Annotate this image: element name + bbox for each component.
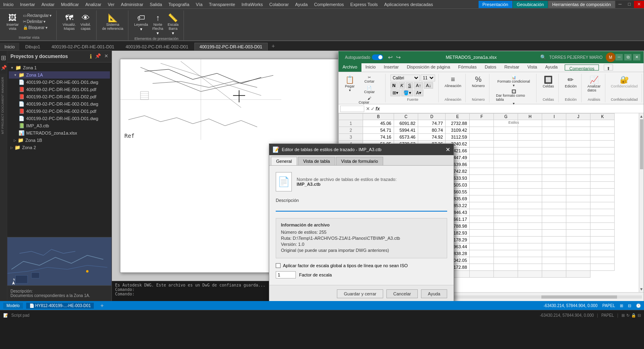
tree-item-zona1a[interactable]: ▼ 📁 Zona 1A: [9, 71, 110, 79]
table-cell[interactable]: 3112.59: [446, 134, 470, 141]
table-cell[interactable]: [494, 230, 518, 237]
table-cell[interactable]: [494, 223, 518, 230]
table-cell[interactable]: [542, 250, 566, 257]
tree-item-dwg-003-d01[interactable]: 📄 400199-02-PC-DR-HE-003-D01.dwg: [9, 115, 110, 122]
table-cell[interactable]: [470, 243, 494, 250]
table-cell[interactable]: [590, 237, 615, 243]
excel-btn-pegar[interactable]: 📋 Pegar ▾: [343, 75, 356, 93]
excel-minimize-btn[interactable]: ─: [615, 54, 623, 60]
table-cell[interactable]: 5994.41: [394, 127, 418, 134]
excel-menu-formulas[interactable]: Fórmulas: [454, 63, 481, 72]
table-cell[interactable]: [494, 209, 518, 216]
table-cell[interactable]: [542, 223, 566, 230]
table-cell[interactable]: [566, 209, 590, 216]
tree-item-ctb[interactable]: 📗 IMP_A3.ctb: [9, 122, 110, 129]
table-cell[interactable]: 6573.46: [394, 134, 418, 141]
tree-item-pdf-001-d01[interactable]: 📕 400199-02-PC-DR-HE-001-D01.pdf: [9, 86, 110, 93]
table-cell[interactable]: [590, 209, 615, 216]
tree-item-dwg-002-d01[interactable]: 📄 400199-02-PC-DR-HE-002-D01.dwg: [9, 100, 110, 108]
table-cell[interactable]: [542, 195, 566, 202]
table-cell[interactable]: [542, 182, 566, 189]
autosave-switch[interactable]: [372, 54, 383, 60]
excel-name-box[interactable]: [340, 106, 364, 112]
formula-fx-btn[interactable]: fx: [376, 106, 380, 112]
table-cell[interactable]: [542, 237, 566, 243]
tree-item-zona1[interactable]: ▼ 📁 Zona 1: [9, 64, 110, 71]
table-cell[interactable]: [494, 250, 518, 257]
viewport-icon2[interactable]: ↻: [626, 313, 630, 318]
sidebar-close-icon[interactable]: ✕: [104, 53, 108, 60]
table-cell[interactable]: [518, 243, 542, 250]
table-cell[interactable]: [470, 216, 494, 223]
table-cell[interactable]: [518, 216, 542, 223]
ctb-tab-general[interactable]: General: [271, 157, 297, 165]
col-header-c[interactable]: C: [394, 114, 418, 120]
table-cell[interactable]: 6091.82: [394, 120, 418, 127]
menu-ver[interactable]: Ver: [105, 1, 118, 8]
table-cell[interactable]: [566, 230, 590, 237]
table-cell[interactable]: [590, 154, 615, 161]
excel-btn-numero[interactable]: % Número: [471, 75, 486, 89]
table-cell[interactable]: [518, 237, 542, 243]
table-cell[interactable]: [470, 120, 494, 127]
table-cell[interactable]: [494, 175, 518, 182]
table-cell[interactable]: [590, 243, 615, 250]
table-cell[interactable]: [518, 154, 542, 161]
table-cell[interactable]: [494, 257, 518, 264]
col-header-j[interactable]: J: [566, 114, 590, 120]
new-tab-btn[interactable]: +: [268, 42, 278, 50]
sidebar-toggle[interactable]: ⊞: [1, 52, 6, 63]
table-cell[interactable]: [590, 195, 615, 202]
excel-btn-edicion[interactable]: ✏ Edición: [564, 75, 578, 89]
doc-tab-400199-003[interactable]: 400199-02-PC-DR-HE-003-D01: [194, 43, 268, 50]
add-layout-btn[interactable]: +: [97, 301, 107, 310]
menu-complementos[interactable]: Complementos: [311, 1, 347, 8]
table-cell[interactable]: [518, 120, 542, 127]
excel-btn-alineacion[interactable]: ≡ Alineación: [444, 75, 462, 89]
tree-item-dwg-001-d01[interactable]: 📄 400199-02-PC-DR-HE-001-D01.dwg: [9, 79, 110, 86]
table-cell[interactable]: [566, 134, 590, 141]
tree-item-pdf-001-d02[interactable]: 📕 400199-02-PC-DR-HE-001-D02.pdf: [9, 93, 110, 100]
formula-confirm-icon[interactable]: ✓: [371, 106, 375, 112]
table-cell[interactable]: [494, 216, 518, 223]
excel-comentarios-btn[interactable]: Comentarios: [565, 64, 599, 71]
menu-aplicaciones[interactable]: Aplicaciones destacadas: [381, 1, 436, 8]
table-cell[interactable]: [470, 257, 494, 264]
table-cell[interactable]: [518, 182, 542, 189]
ribbon-btn-insertar-vista[interactable]: 🖼 Insertarvista: [5, 13, 21, 31]
table-cell[interactable]: [494, 168, 518, 175]
table-cell[interactable]: [470, 264, 494, 271]
ctb-scale-input[interactable]: [276, 271, 296, 278]
menu-infraworks[interactable]: InfraWorks: [238, 1, 266, 8]
ribbon-btn-escala-barra[interactable]: 📏 EscalaBarra ▾: [166, 13, 180, 37]
table-row[interactable]: 145.066091.8274.772732.88: [339, 120, 615, 127]
table-cell[interactable]: [542, 161, 566, 168]
table-cell[interactable]: [542, 189, 566, 195]
excel-share-btn[interactable]: ⬆: [604, 64, 613, 71]
ctb-desc-input[interactable]: [276, 204, 447, 212]
excel-menu-datos[interactable]: Datos: [481, 63, 500, 72]
excel-menu-vista[interactable]: Vista: [523, 63, 541, 72]
table-cell[interactable]: [494, 202, 518, 209]
font-color-btn[interactable]: A▾: [414, 89, 423, 96]
table-cell[interactable]: [590, 134, 615, 141]
ctb-cancel-btn[interactable]: Cancelar: [386, 289, 418, 298]
table-cell[interactable]: [494, 134, 518, 141]
table-cell[interactable]: [542, 209, 566, 216]
menu-transparente[interactable]: Transparente: [206, 1, 238, 8]
table-cell[interactable]: [470, 202, 494, 209]
ctb-checkbox[interactable]: [276, 263, 281, 268]
excel-btn-analizar-datos[interactable]: 📈 Analizardatos: [586, 75, 602, 93]
table-cell[interactable]: [470, 154, 494, 161]
table-cell[interactable]: [566, 250, 590, 257]
ctb-save-btn[interactable]: Guardar y cerrar: [337, 289, 383, 298]
italic-btn[interactable]: K: [398, 82, 405, 89]
table-cell[interactable]: [470, 175, 494, 182]
table-cell[interactable]: [494, 264, 518, 271]
table-cell[interactable]: [542, 257, 566, 264]
table-cell[interactable]: [518, 127, 542, 134]
table-cell[interactable]: [542, 141, 566, 147]
scroll-down-btn[interactable]: ▼: [640, 287, 644, 291]
table-cell[interactable]: [518, 147, 542, 154]
scroll-thumb[interactable]: [640, 119, 643, 169]
